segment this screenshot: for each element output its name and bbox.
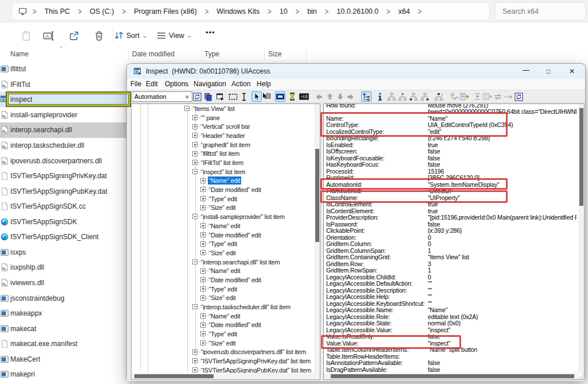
file-row[interactable]: makecat.exe.manifest	[0, 336, 127, 352]
tree-vertical-scrollbar[interactable]	[314, 104, 320, 373]
file-row[interactable]: jsconstraintdebug	[0, 290, 127, 306]
tree-vscrollbar-thumb[interactable]	[315, 149, 319, 242]
menu-navigation[interactable]: Navigation	[194, 80, 226, 88]
save-button[interactable]	[215, 91, 225, 102]
tree-last-child-button[interactable]	[420, 91, 430, 102]
property-row[interactable]: HasKeyboardFocus:false	[326, 162, 577, 168]
expand-expander-icon[interactable]	[192, 115, 198, 120]
breadcrumb-item[interactable]: Program Files (x86)	[126, 7, 205, 16]
file-row[interactable]: ISVTier5AppSignSDK	[0, 214, 127, 230]
tree-item[interactable]: “Name” edit	[131, 176, 314, 185]
file-row[interactable]: interop.searchapi.dll	[0, 122, 127, 138]
file-row[interactable]: ISVTier5AppSignSDK.cc	[0, 199, 127, 214]
props-vertical-scrollbar[interactable]	[578, 104, 584, 373]
property-row[interactable]: ClickablePoint:{x:393 y:286}	[326, 228, 577, 235]
file-row[interactable]: ISVTier5AppSignSDK_Client	[0, 229, 127, 245]
property-row[interactable]: GridItem.ColumnSpan:1	[326, 248, 577, 255]
tree-item[interactable]: “Date modified” edit	[131, 185, 314, 194]
expand-expander-icon[interactable]	[192, 142, 198, 147]
tree-item[interactable]: “Header” header	[131, 131, 314, 140]
tree-hscrollbar-thumb[interactable]	[134, 374, 214, 378]
tree-root-button[interactable]	[434, 91, 444, 102]
tree-item[interactable]: “inspect” list item	[131, 167, 314, 176]
breadcrumb-item[interactable]: bin	[299, 7, 325, 16]
collapse-expander-icon[interactable]	[184, 106, 189, 111]
swap-button[interactable]	[493, 91, 503, 102]
minimize-button[interactable]: —	[517, 64, 535, 78]
refresh-button[interactable]	[192, 91, 202, 102]
share-button[interactable]	[64, 25, 84, 46]
rename-button[interactable]: A	[38, 25, 59, 46]
file-row[interactable]: makepri	[0, 367, 127, 382]
expand-expander-icon[interactable]	[200, 331, 206, 336]
tree-item[interactable]: “Size” edit	[131, 293, 314, 302]
props-vscrollbar-thumb[interactable]	[579, 108, 583, 206]
column-header-name[interactable]: Name	[10, 50, 29, 58]
property-row[interactable]: How found:Mouse move (276,291)	[326, 103, 577, 109]
expand-expander-icon[interactable]	[200, 187, 206, 192]
collapse-expander-icon[interactable]	[192, 304, 198, 309]
menu-edit[interactable]: Edit	[146, 80, 158, 88]
search-input[interactable]: Search x64	[495, 2, 586, 20]
property-row[interactable]: LegacyIAccessible.State:normal (0x0)	[326, 320, 577, 327]
property-row[interactable]: LegacyIAccessible.Role:editable text (0x…	[326, 314, 577, 321]
file-row[interactable]: MakeCert	[0, 351, 127, 367]
expand-expander-icon[interactable]	[200, 286, 206, 291]
tree-item[interactable]: “” pane	[131, 113, 314, 122]
property-row[interactable]: IsDragPatternAvailable:false	[326, 367, 577, 374]
maximize-button[interactable]: □	[540, 64, 557, 78]
property-row[interactable]: ProviderDescription:"[pid:15196,provider…	[326, 214, 577, 221]
tree-item[interactable]: “Type” edit	[131, 285, 314, 294]
tree-first-child-button[interactable]	[408, 91, 419, 102]
expand-list-button[interactable]	[482, 91, 493, 102]
property-row[interactable]: GridItem.Row:3	[326, 261, 577, 268]
expand-expander-icon[interactable]	[192, 367, 198, 373]
hourglass-button[interactable]	[287, 91, 297, 102]
tree-item[interactable]: “Size” edit	[131, 203, 314, 212]
view-button[interactable]: View⌄	[156, 31, 191, 40]
tree-item[interactable]: “Type” edit	[131, 239, 314, 248]
expand-expander-icon[interactable]	[200, 232, 206, 237]
tree-item[interactable]: “interop.taskscheduler.dll” list item	[131, 302, 314, 312]
props-horizontal-scrollbar[interactable]	[324, 373, 578, 379]
property-row[interactable]: LegacyIAccessible.Help:""	[326, 294, 577, 301]
file-row[interactable]: ifilttst	[0, 62, 127, 77]
ibeam-button[interactable]	[239, 91, 249, 102]
tree-item[interactable]: “Name” edit	[131, 221, 314, 231]
column-header-type[interactable]: Type	[204, 50, 219, 58]
property-row[interactable]: IsEnabled:true	[326, 142, 577, 149]
expand-expander-icon[interactable]	[192, 124, 198, 129]
tree-item[interactable]: “Date modified” edit	[131, 231, 314, 240]
property-row[interactable]: IsPassword:false	[326, 221, 577, 228]
delete-button[interactable]	[88, 25, 109, 46]
file-row[interactable]: makecat	[0, 321, 127, 336]
tree-item[interactable]: “IFiltTst” list item	[131, 158, 314, 167]
resize-grip-icon[interactable]	[578, 373, 584, 379]
expand-expander-icon[interactable]	[192, 160, 198, 165]
expand-expander-icon[interactable]	[200, 313, 206, 318]
dashed-nav-button[interactable]	[503, 91, 513, 102]
breadcrumb-item[interactable]: x64	[390, 7, 418, 16]
property-row[interactable]: LegacyIAccessible.DefaultAction:""	[326, 281, 577, 287]
file-row[interactable]: interop.taskscheduler.dll	[0, 138, 127, 153]
caret-button[interactable]	[299, 91, 309, 102]
column-header-size[interactable]: Size	[268, 50, 281, 58]
expand-expander-icon[interactable]	[200, 250, 206, 255]
property-row[interactable]: IsAnnotationPatternAvailable:false	[326, 360, 577, 367]
tree-item[interactable]: “Date modified” edit	[131, 275, 314, 285]
highlight-rect-button[interactable]	[275, 91, 285, 102]
expand-expander-icon[interactable]	[200, 340, 206, 345]
breadcrumb-item[interactable]: OS (C:)	[82, 7, 122, 16]
property-row[interactable]: IsContentElement:true	[326, 208, 577, 215]
breadcrumb-item[interactable]: 10	[272, 7, 296, 16]
expand-expander-icon[interactable]	[192, 151, 198, 156]
tree-item[interactable]: “Name” edit	[131, 266, 314, 275]
list-jump-button[interactable]	[459, 91, 470, 102]
tree-item[interactable]: “Size” edit	[131, 339, 314, 348]
inspect-titlebar[interactable]: Inspect (HWND: 0x00110786) UIAccess — □ …	[127, 64, 585, 79]
expand-expander-icon[interactable]	[200, 277, 206, 282]
close-button[interactable]: ✕	[563, 64, 581, 78]
marquee-button[interactable]	[228, 91, 238, 102]
nav-left-button[interactable]	[314, 91, 324, 102]
tree-item[interactable]: “Name” edit	[131, 312, 314, 321]
